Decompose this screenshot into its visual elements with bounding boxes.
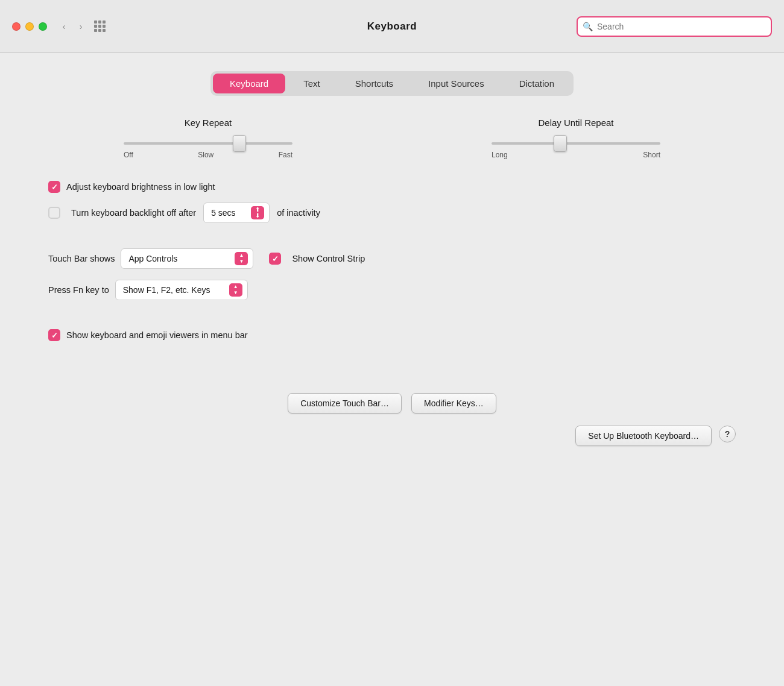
modifier-keys-button[interactable]: Modifier Keys… bbox=[411, 393, 496, 414]
delay-repeat-group: Delay Until Repeat Long Short bbox=[492, 118, 660, 159]
chevron-updown2-icon: ▲▼ bbox=[233, 284, 238, 295]
main-content: Keyboard Text Shortcuts Input Sources Di… bbox=[0, 53, 784, 686]
emoji-label: Show keyboard and emoji viewers in menu … bbox=[66, 330, 248, 340]
adjust-brightness-row: ✓ Adjust keyboard brightness in low ligh… bbox=[48, 181, 736, 193]
search-icon: 🔍 bbox=[583, 22, 593, 31]
help-button[interactable]: ? bbox=[719, 426, 736, 442]
key-repeat-slow-label: Slow bbox=[198, 151, 213, 159]
delay-repeat-label: Delay Until Repeat bbox=[538, 118, 613, 128]
checkmark-icon: ✓ bbox=[51, 183, 58, 192]
backlight-row: Turn keyboard backlight off after 5 secs… bbox=[48, 203, 736, 223]
minimize-button[interactable] bbox=[25, 22, 34, 31]
setup-bluetooth-button[interactable]: Set Up Bluetooth Keyboard… bbox=[575, 426, 712, 446]
backlight-label: Turn keyboard backlight off after bbox=[71, 208, 196, 218]
inactivity-label: of inactivity bbox=[277, 208, 320, 218]
touch-bar-label: Touch Bar shows bbox=[48, 254, 115, 263]
backlight-timeout-value: 5 secs bbox=[211, 208, 235, 218]
delay-repeat-labels: Long Short bbox=[492, 151, 660, 159]
tab-input-sources[interactable]: Input Sources bbox=[411, 74, 501, 93]
tab-dictation[interactable]: Dictation bbox=[502, 74, 571, 93]
touch-bar-section: Touch Bar shows App Controls ▲▼ ✓ Show C… bbox=[24, 248, 760, 318]
forward-button[interactable]: › bbox=[74, 19, 88, 34]
key-repeat-group: Key Repeat Off Slow Fast bbox=[124, 118, 292, 159]
control-strip-checkbox[interactable]: ✓ bbox=[269, 253, 281, 265]
emoji-checkmark-icon: ✓ bbox=[51, 331, 58, 340]
key-repeat-off-label: Off bbox=[124, 151, 133, 159]
search-container: 🔍 bbox=[577, 16, 772, 37]
control-strip-checkmark-icon: ✓ bbox=[272, 254, 279, 263]
delay-repeat-long-label: Long bbox=[492, 151, 508, 159]
tab-bar: Keyboard Text Shortcuts Input Sources Di… bbox=[210, 71, 574, 96]
fn-key-label: Press Fn key to bbox=[48, 285, 109, 295]
emoji-row: ✓ Show keyboard and emoji viewers in men… bbox=[48, 329, 736, 341]
fn-key-dropdown[interactable]: Show F1, F2, etc. Keys ▲▼ bbox=[115, 280, 248, 300]
traffic-lights bbox=[12, 22, 47, 31]
fn-key-row: Press Fn key to Show F1, F2, etc. Keys ▲… bbox=[48, 280, 736, 300]
chevron-up-down-icon: ⬆︎⬇︎ bbox=[255, 207, 260, 219]
key-repeat-label: Key Repeat bbox=[185, 118, 232, 128]
emoji-section: ✓ Show keyboard and emoji viewers in men… bbox=[24, 329, 760, 351]
adjust-brightness-section: ✓ Adjust keyboard brightness in low ligh… bbox=[24, 181, 760, 233]
bottom-buttons: Customize Touch Bar… Modifier Keys… bbox=[24, 393, 760, 414]
fn-key-arrow: ▲▼ bbox=[229, 283, 242, 297]
touch-bar-value: App Controls bbox=[128, 254, 177, 263]
tab-text[interactable]: Text bbox=[286, 74, 337, 93]
adjust-brightness-checkbox[interactable]: ✓ bbox=[48, 181, 60, 193]
close-button[interactable] bbox=[12, 22, 21, 31]
nav-buttons: ‹ › bbox=[57, 19, 88, 34]
search-input[interactable] bbox=[577, 16, 772, 37]
tab-shortcuts[interactable]: Shortcuts bbox=[338, 74, 410, 93]
titlebar: ‹ › Keyboard 🔍 bbox=[0, 0, 784, 53]
delay-repeat-slider[interactable] bbox=[492, 142, 660, 145]
delay-repeat-short-label: Short bbox=[643, 151, 660, 159]
fn-key-value: Show F1, F2, etc. Keys bbox=[123, 285, 210, 295]
control-strip-label: Show Control Strip bbox=[292, 254, 365, 263]
control-strip-group: ✓ Show Control Strip bbox=[269, 253, 365, 265]
touch-bar-arrow: ▲▼ bbox=[235, 252, 248, 265]
key-repeat-labels: Off Slow Fast bbox=[124, 151, 292, 159]
bottom-row: Set Up Bluetooth Keyboard… ? bbox=[24, 426, 760, 446]
sliders-section: Key Repeat Off Slow Fast Delay Until Rep… bbox=[24, 118, 760, 159]
chevron-updown-icon: ▲▼ bbox=[239, 253, 244, 264]
adjust-brightness-label: Adjust keyboard brightness in low light bbox=[66, 182, 215, 192]
maximize-button[interactable] bbox=[39, 22, 47, 31]
customize-touch-bar-button[interactable]: Customize Touch Bar… bbox=[288, 393, 402, 414]
touch-bar-row: Touch Bar shows App Controls ▲▼ ✓ Show C… bbox=[48, 248, 736, 269]
back-button[interactable]: ‹ bbox=[57, 19, 71, 34]
key-repeat-fast-label: Fast bbox=[279, 151, 292, 159]
backlight-timeout-dropdown[interactable]: 5 secs ⬆︎⬇︎ bbox=[203, 203, 270, 223]
grid-icon bbox=[94, 20, 106, 32]
window-title: Keyboard bbox=[367, 20, 417, 33]
emoji-checkbox[interactable]: ✓ bbox=[48, 329, 60, 341]
backlight-dropdown-arrow: ⬆︎⬇︎ bbox=[251, 206, 264, 219]
grid-menu-button[interactable] bbox=[90, 19, 109, 34]
backlight-checkbox[interactable] bbox=[48, 207, 60, 219]
tab-keyboard[interactable]: Keyboard bbox=[213, 74, 285, 93]
key-repeat-slider[interactable] bbox=[124, 142, 292, 145]
touch-bar-dropdown[interactable]: App Controls ▲▼ bbox=[121, 248, 253, 269]
